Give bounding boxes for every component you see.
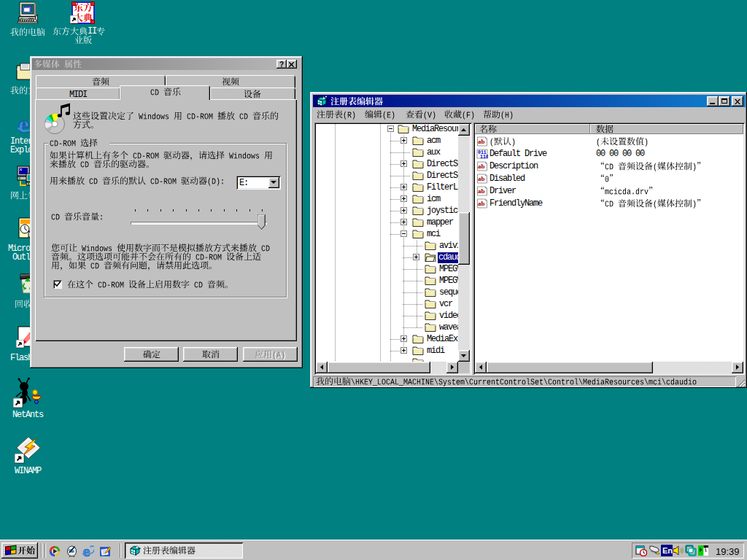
svg-text:ab: ab xyxy=(478,175,485,182)
svg-text:ab: ab xyxy=(478,138,485,145)
svg-text:ab: ab xyxy=(478,187,485,195)
svg-text:110: 110 xyxy=(480,155,488,160)
svg-text:e: e xyxy=(83,545,90,557)
svg-text:ab: ab xyxy=(478,200,485,207)
svg-text:e: e xyxy=(18,113,29,136)
svg-text:ab: ab xyxy=(478,163,485,170)
